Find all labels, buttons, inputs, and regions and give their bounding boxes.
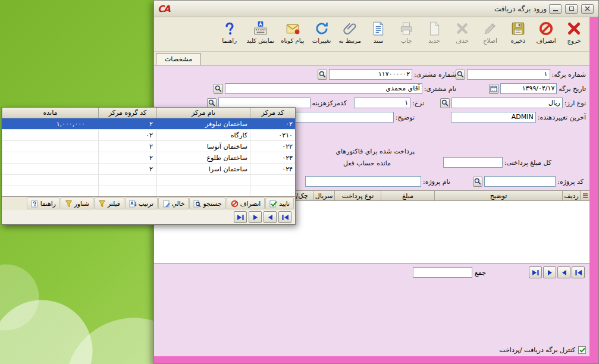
exit-button[interactable]: خروج — [560, 18, 588, 51]
new-button[interactable]: جدید — [421, 18, 448, 51]
column-header-center-code[interactable]: کد مرکز — [250, 108, 295, 118]
control-checkbox[interactable] — [578, 346, 586, 354]
center-code-cell[interactable]: ۰۲۱۰ — [250, 130, 295, 140]
center-code-cell[interactable]: ۰۲۴ — [250, 164, 295, 174]
document-button[interactable]: سند — [365, 18, 392, 51]
center-balance-cell[interactable] — [2, 141, 98, 152]
nav-next-icon — [252, 214, 259, 221]
column-header-balance[interactable]: مانده — [2, 108, 98, 118]
column-header-center-group[interactable]: کد گروه مرکز — [98, 108, 156, 118]
voucher-number-lookup-button[interactable] — [456, 70, 465, 80]
changes-button[interactable]: تغییرات — [308, 18, 335, 51]
customer-name-lookup-button[interactable] — [214, 84, 223, 94]
grid-menu-icon[interactable] — [580, 191, 589, 200]
column-header-description[interactable]: توضیح — [434, 191, 562, 200]
nav-prev-button[interactable] — [557, 266, 570, 278]
float-button[interactable]: شناور — [61, 197, 93, 209]
clear-button[interactable]: خالي — [158, 197, 189, 209]
center-balance-cell[interactable]: ۱,۰۰۰,۰۰۰ — [2, 118, 98, 129]
close-button[interactable] — [581, 4, 594, 14]
save-button[interactable]: ذخیره — [504, 18, 532, 51]
center-row[interactable]: ۰۲۲ ساختمان آتوسا ۲ — [2, 141, 295, 152]
center-group-cell[interactable]: ۲ — [98, 152, 156, 163]
titlebar[interactable]: CA ورود برگه دریافت — [154, 1, 598, 17]
rate-input[interactable]: ۱ — [354, 98, 410, 108]
project-name-label: نام پروژه: — [423, 178, 450, 186]
account-balance-label: مانده حساب فعل — [343, 159, 391, 167]
center-code-cell[interactable]: ۰۲۳ — [250, 152, 295, 163]
center-row[interactable]: ۰۲۴ ساختمان اسرا ۲ — [2, 164, 295, 175]
description-label: توضیح: — [396, 114, 415, 121]
sort-button[interactable]: ترتیب — [125, 197, 158, 209]
last-modifier-input[interactable]: ADMIN — [451, 112, 536, 123]
center-name-cell[interactable]: ساختمان اسرا — [156, 164, 250, 174]
sum-input[interactable] — [413, 267, 472, 278]
customer-number-input[interactable]: ۱۱۷۰۰۰۰۰۲ — [329, 69, 412, 80]
center-balance-cell[interactable] — [2, 152, 98, 163]
filter-button[interactable]: فیلتر — [94, 197, 124, 209]
maximize-button[interactable] — [565, 4, 578, 14]
nav-first-button[interactable] — [572, 266, 585, 278]
nav-first-icon — [575, 269, 582, 276]
center-name-cell[interactable]: ساختمان نیلوفر — [156, 118, 250, 129]
center-balance-cell[interactable] — [2, 130, 98, 140]
search-icon — [441, 99, 449, 106]
center-name-cell[interactable]: کارگاه — [156, 130, 250, 140]
center-code-cell[interactable]: ۰۲ — [250, 118, 295, 129]
lookup-help-button[interactable]: راهنما — [27, 197, 60, 209]
lookup-nav-next-button[interactable] — [249, 211, 262, 223]
desktop: { "colors": { "desktop_green": "#8cc63e"… — [0, 0, 599, 364]
nav-last-button[interactable] — [529, 266, 542, 278]
tab-specifications[interactable]: مشخصات — [156, 53, 201, 65]
center-row[interactable]: ۰۲۱۰ کارگاه ۰۲ — [2, 130, 295, 141]
cancel-lookup-button[interactable]: انصراف — [227, 197, 265, 209]
voucher-date-label: تاریخ برگه — [559, 85, 586, 93]
project-code-input[interactable] — [484, 176, 556, 187]
show-key-button[interactable]: نمایش کلید — [244, 18, 278, 51]
minimize-button[interactable] — [549, 4, 562, 14]
voucher-date-input[interactable]: ۱۳۹۹/۰۴/۱۷ — [500, 83, 557, 94]
project-code-lookup-button[interactable] — [473, 177, 482, 187]
search-button[interactable]: جستجو — [189, 197, 225, 209]
column-header-serial[interactable]: سریال — [313, 191, 334, 200]
confirm-button[interactable]: تایید — [265, 197, 294, 209]
lookup-nav-last-button[interactable] — [234, 211, 247, 223]
lookup-grid-header: کد مرکز نام مرکز کد گروه مرکز مانده — [2, 108, 295, 118]
column-header-row[interactable]: ردیف — [562, 191, 580, 200]
cost-center-lookup-button[interactable] — [207, 98, 217, 108]
center-group-cell[interactable]: ۲ — [98, 164, 156, 174]
calendar-button[interactable] — [489, 84, 498, 94]
center-group-cell[interactable]: ۲ — [98, 141, 156, 152]
currency-input[interactable]: ریال — [451, 98, 563, 108]
currency-lookup-button[interactable] — [440, 98, 450, 108]
center-row[interactable]: ۰۲۳ ساختمان طلوع ۲ — [2, 152, 295, 164]
customer-number-lookup-button[interactable] — [318, 70, 327, 80]
sms-button[interactable]: پیام کوتاه — [278, 18, 307, 51]
center-group-cell[interactable]: ۲ — [98, 118, 156, 129]
column-header-center-name[interactable]: نام مرکز — [156, 108, 250, 118]
project-name-input[interactable] — [305, 176, 421, 187]
center-group-cell[interactable]: ۰۲ — [98, 130, 156, 140]
center-row[interactable]: ۰۲ ساختمان نیلوفر ۲ ۱,۰۰۰,۰۰۰ — [2, 118, 295, 130]
print-button[interactable]: چاپ — [393, 18, 420, 51]
center-name-cell[interactable]: ساختمان آتوسا — [156, 141, 250, 152]
keyboard-icon — [253, 21, 268, 36]
center-balance-cell[interactable] — [2, 164, 98, 174]
center-name-cell[interactable]: ساختمان طلوع — [156, 152, 250, 163]
app-logo: CA — [158, 4, 170, 14]
lookup-nav-prev-button[interactable] — [264, 211, 277, 223]
delete-button[interactable]: حذف — [449, 18, 476, 51]
cancel-button[interactable]: انصراف — [532, 18, 560, 51]
column-header-amount[interactable]: مبلغ — [381, 191, 434, 200]
nav-last-icon — [532, 269, 540, 276]
help-button[interactable]: راهنما — [216, 18, 243, 51]
center-code-cell[interactable]: ۰۲۲ — [250, 141, 295, 152]
related-to-button[interactable]: مرتبط به — [336, 18, 365, 51]
edit-button[interactable]: اصلاح — [476, 18, 504, 51]
total-paid-input[interactable] — [443, 157, 503, 168]
nav-next-button[interactable] — [543, 266, 556, 278]
customer-name-input[interactable]: آقاي محمدي — [225, 83, 422, 94]
lookup-nav-first-button[interactable] — [278, 211, 291, 223]
voucher-number-input[interactable]: ۱ — [467, 69, 550, 80]
column-header-payment-type[interactable]: نوع پرداخت — [334, 191, 381, 200]
